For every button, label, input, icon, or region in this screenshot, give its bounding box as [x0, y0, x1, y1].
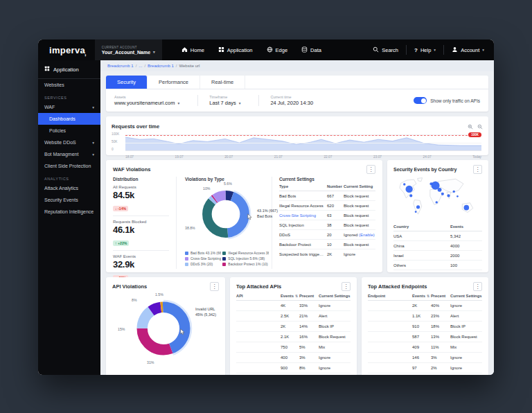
grid-icon: [218, 46, 224, 54]
cross-site-scripting-link[interactable]: Cross-Site Scripting: [279, 213, 327, 218]
kebab-menu-button[interactable]: ⋮: [473, 165, 482, 174]
slice-label: 10%: [203, 186, 210, 191]
sortable-column-events[interactable]: Events⇅: [281, 294, 299, 298]
sidebar-item-bot-managment[interactable]: Bot Managment▾: [38, 148, 100, 160]
home-icon: [181, 46, 188, 54]
account-switcher[interactable]: CURRENT ACCOUNT Your_Account_Name▾: [95, 39, 162, 60]
tab-security[interactable]: Security: [106, 76, 148, 89]
desktop-background: imperva, CURRENT ACCOUNT Your_Account_Na…: [0, 0, 532, 413]
navbar-right: Search ? Help ▾ Account ▾: [373, 45, 494, 55]
sidebar-item-website-ddos[interactable]: Website DDoS▾: [38, 137, 100, 148]
sidebar-item-waf[interactable]: WAF▾: [38, 101, 100, 113]
globe-icon: [267, 46, 273, 54]
distribution-title: Distribution: [113, 177, 169, 182]
nav-home[interactable]: Home: [181, 46, 204, 54]
sidebar-header-application[interactable]: Application: [38, 60, 100, 79]
x-tick: 18.07: [125, 155, 134, 159]
world-map[interactable]: [393, 176, 482, 222]
main-nav: Home Application Edge Data: [181, 46, 321, 54]
kebab-menu-button[interactable]: ⋮: [342, 282, 351, 291]
gridline: [125, 143, 481, 143]
legend-swatch: [185, 257, 188, 261]
table-header: API Events⇅ Precent Current Settings: [236, 291, 351, 301]
x-tick: 24.07: [423, 155, 432, 159]
panel-title: Requests over time: [112, 123, 159, 130]
breadcrumb-link[interactable]: Breadcrumb 1: [107, 64, 134, 68]
tab-performance[interactable]: Performance: [148, 76, 200, 89]
panel-title: API Violations: [112, 283, 147, 290]
y-tick: 0: [112, 148, 114, 151]
top-attacked-endpoints-panel: Top Attacked Endpoints ⋮ Endpoint Events…: [362, 277, 488, 375]
sidebar-item-dashboards[interactable]: Dashboards: [38, 113, 100, 125]
nav-edge[interactable]: Edge: [267, 46, 288, 54]
breadcrumb-ellipsis[interactable]: ...: [139, 64, 142, 68]
tab-real-time[interactable]: Real-time: [200, 76, 245, 89]
chevron-down-icon: ▾: [482, 48, 484, 52]
kebab-menu-button[interactable]: ⋮: [473, 282, 482, 291]
table-row: 40911%Mix: [368, 342, 482, 353]
sortable-column-events[interactable]: Events⇅: [412, 294, 431, 298]
api-violations-panel: API Violations ⋮: [106, 277, 225, 375]
search-label: Search: [382, 47, 398, 53]
breadcrumb-current: Website url: [179, 64, 200, 68]
kebab-menu-button[interactable]: ⋮: [366, 165, 375, 174]
breadcrumb-link[interactable]: Breadcrumb 1: [148, 64, 174, 68]
sidebar-item-reputation-intelligence[interactable]: Reputation Intelligence: [38, 206, 100, 218]
threshold-badge: 100K: [468, 132, 481, 137]
dashboard-header-card: Security Performance Real-time Assets ww…: [106, 76, 488, 112]
legend-item: Illegal Resource Access 38.8% (620): [222, 251, 269, 255]
violations-by-type-title: Violations by Type: [185, 177, 267, 182]
api-traffic-toggle-wrap: Show only traffic on APIs: [414, 97, 480, 104]
area-fill: [125, 137, 481, 151]
requests-chart[interactable]: 100K 50K 0: [112, 133, 483, 159]
zoom-in-icon[interactable]: [468, 120, 473, 132]
sidebar-item-websites[interactable]: Websites: [38, 79, 100, 91]
current-time-value: 24 Jul, 2020 14:30: [270, 100, 313, 106]
api-traffic-toggle[interactable]: [414, 97, 427, 104]
timeframe-select[interactable]: Last 7 days▾: [209, 100, 240, 106]
security-events-by-country-panel: Security Events by Country ⋮: [387, 160, 488, 272]
table-row: 2K14%Block IP: [236, 322, 351, 332]
chevron-down-icon: ▾: [239, 101, 241, 105]
threshold-line: [125, 135, 481, 136]
legend-swatch: [222, 257, 226, 261]
help-menu[interactable]: ? Help ▾: [414, 47, 436, 53]
table-row: 2.1K16%Block Request: [236, 332, 351, 342]
x-tick: 23.07: [373, 155, 382, 159]
main-area: Breadcrumb 1 / ... / Breadcrumb 1 / Webs…: [100, 60, 494, 375]
violations-donut-chart[interactable]: 5.6% 10% 38.8% 43.1% (667) Bad Bots: [185, 182, 267, 249]
chevron-down-icon: ▾: [92, 141, 94, 145]
account-menu[interactable]: Account ▾: [452, 46, 484, 54]
zoom-out-icon[interactable]: [477, 120, 483, 132]
account-menu-label: Account: [461, 47, 479, 53]
table-row: Israel2000: [393, 251, 482, 261]
chart-zoom-controls: [468, 120, 483, 132]
panel-title: Security Events by Country: [393, 167, 456, 172]
table-row: Cross-Site Scripting63Block request: [279, 211, 375, 220]
legend-item: Bad Bots 43.1% (667): [185, 251, 221, 255]
stat-all-requests: All Requests 84.5k ↓ -14%: [113, 182, 169, 216]
sort-icon: ⇅: [295, 294, 298, 298]
search-button[interactable]: Search: [373, 46, 398, 54]
sidebar-item-policies[interactable]: Policies: [38, 125, 100, 137]
enable-link[interactable]: (Enable): [359, 233, 375, 237]
x-axis-labels: 18.07 19.07 20.07 21.07 22.07 23.07 24.0…: [125, 155, 481, 159]
nav-application[interactable]: Application: [218, 46, 253, 54]
panel-title: Top Attacked APIs: [236, 283, 281, 290]
database-icon: [301, 46, 308, 54]
sidebar-item-attack-analytics[interactable]: Attack Analytics: [38, 182, 100, 194]
api-violations-donut-chart[interactable]: 1.5% 8% 15% 31% Invalid URL 45% (5,342): [112, 291, 219, 375]
sidebar-item-security-events[interactable]: Security Events: [38, 194, 100, 206]
waf-violations-panel: WAF Violations ⋮ Distribution All Reques…: [106, 160, 382, 272]
table-row: Suspected bots triggere...ⓘ 2KIgnore: [279, 249, 375, 258]
assets-select[interactable]: www.yoursitenameurl.com▾: [114, 100, 179, 106]
slice-label: 5.6%: [224, 182, 232, 186]
table-row: China4000: [393, 241, 482, 251]
sidebar-item-client-side-protection[interactable]: Client Side Protection: [38, 160, 100, 172]
filter-bar: Assets www.yoursitenameurl.com▾ Timefram…: [106, 89, 488, 112]
account-name: Your_Account_Name: [102, 50, 150, 55]
kebab-menu-button[interactable]: ⋮: [210, 282, 219, 291]
legend-swatch: [222, 252, 226, 255]
violations-by-type-column: Violations by Type: [177, 177, 272, 269]
nav-data[interactable]: Data: [301, 46, 321, 54]
